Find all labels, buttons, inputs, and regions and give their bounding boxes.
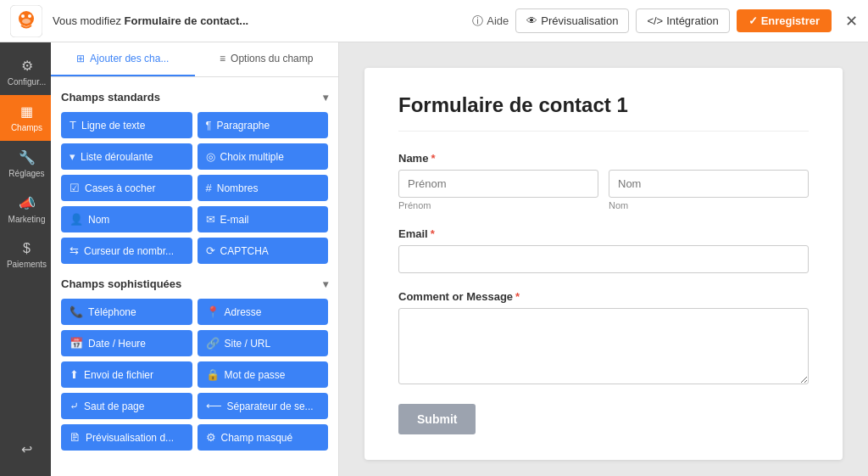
text-line-icon: T bbox=[70, 119, 76, 132]
sidebar-item-back[interactable]: ↩ bbox=[15, 433, 36, 466]
field-btn-curseur[interactable]: ⇆ Curseur de nombr... bbox=[61, 238, 192, 264]
plus-icon: ⊞ bbox=[76, 53, 85, 64]
left-panel: ⊞ Ajouter des cha... ≡ Options du champ … bbox=[51, 42, 339, 476]
nom-label: Nom bbox=[609, 200, 809, 210]
prenom-label: Prénom bbox=[398, 200, 598, 210]
sidebar-item-champs[interactable]: ▦ Champs bbox=[0, 95, 51, 141]
field-btn-previsualisation[interactable]: 🖹 Prévisualisation d... bbox=[61, 424, 192, 451]
top-bar-actions: ⓘ Aide 👁 Prévisualisation </> Intégratio… bbox=[472, 8, 858, 33]
email-icon: ✉ bbox=[206, 213, 215, 226]
field-btn-ligne-texte[interactable]: T Ligne de texte bbox=[61, 112, 192, 138]
preview-button[interactable]: 👁 Prévisualisation bbox=[515, 8, 629, 33]
preview-icon: 🖹 bbox=[70, 431, 81, 444]
eye-icon: 👁 bbox=[526, 14, 537, 27]
field-btn-champ-masque[interactable]: ⚙ Champ masqué bbox=[198, 424, 329, 451]
form-title: Formulaire de contact 1 bbox=[398, 93, 809, 132]
list-icon: ≡ bbox=[220, 53, 225, 64]
save-button[interactable]: ✓ Enregistrer bbox=[737, 9, 832, 32]
code-icon: </> bbox=[647, 14, 663, 27]
sidebar-item-reglages[interactable]: 🔧 Réglages bbox=[0, 141, 51, 187]
section-header-sophistiquees: Champs sophistiquées ▾ bbox=[61, 277, 328, 290]
left-panel-content: Champs standards ▾ T Ligne de texte ¶ Pa… bbox=[51, 77, 338, 476]
field-btn-date-heure[interactable]: 📅 Date / Heure bbox=[61, 330, 192, 356]
field-btn-adresse[interactable]: 📍 Adresse bbox=[198, 299, 329, 325]
field-btn-paragraphe[interactable]: ¶ Paragraphe bbox=[198, 112, 329, 138]
field-btn-site-url[interactable]: 🔗 Site / URL bbox=[198, 330, 329, 356]
sidebar-nav: ⚙ Configur... ▦ Champs 🔧 Réglages 📣 Mark… bbox=[0, 42, 51, 476]
required-star-message: * bbox=[515, 290, 520, 303]
name-row: Prénom Nom bbox=[398, 170, 809, 210]
prenom-input[interactable] bbox=[398, 170, 598, 198]
field-btn-separateur[interactable]: ⟵ Séparateur de se... bbox=[198, 393, 329, 419]
svg-point-4 bbox=[22, 19, 31, 24]
field-btn-choix-multiple[interactable]: ◎ Choix multiple bbox=[198, 143, 329, 170]
field-btn-telephone[interactable]: 📞 Téléphone bbox=[61, 299, 192, 325]
grid-icon: ▦ bbox=[20, 104, 33, 120]
checkbox-icon: ☑ bbox=[70, 182, 80, 194]
required-star: * bbox=[431, 152, 435, 165]
message-label: Comment or Message * bbox=[398, 290, 809, 303]
phone-icon: 📞 bbox=[70, 305, 83, 318]
prenom-col: Prénom bbox=[398, 170, 598, 210]
field-btn-email[interactable]: ✉ E-mail bbox=[198, 206, 329, 232]
hidden-icon: ⚙ bbox=[206, 431, 216, 444]
field-btn-saut-page[interactable]: ⤶ Saut de page bbox=[61, 393, 192, 419]
field-btn-nom[interactable]: 👤 Nom bbox=[61, 206, 192, 232]
nom-input[interactable] bbox=[609, 170, 809, 198]
left-panel-tabs: ⊞ Ajouter des cha... ≡ Options du champ bbox=[51, 42, 338, 77]
dollar-icon: $ bbox=[23, 241, 31, 256]
help-icon: ⓘ bbox=[472, 14, 483, 29]
svg-point-3 bbox=[28, 14, 31, 18]
dropdown-icon: ▾ bbox=[70, 150, 75, 163]
form-field-name: Name * Prénom Nom bbox=[398, 152, 809, 210]
section-header-standards: Champs standards ▾ bbox=[61, 91, 328, 104]
number-icon: # bbox=[206, 182, 212, 194]
page-title: Vous modifiez Formulaire de contact... bbox=[53, 14, 472, 27]
email-label: Email * bbox=[398, 227, 809, 240]
chevron-down-icon: ▾ bbox=[323, 92, 328, 104]
page-break-icon: ⤶ bbox=[70, 400, 79, 412]
sidebar-item-paiements[interactable]: $ Paiements bbox=[0, 232, 51, 277]
standards-fields-grid: T Ligne de texte ¶ Paragraphe ▾ Liste dé… bbox=[61, 112, 328, 264]
captcha-icon: ⟳ bbox=[206, 244, 215, 257]
field-btn-mot-de-passe[interactable]: 🔒 Mot de passe bbox=[198, 361, 329, 388]
close-button[interactable]: ✕ bbox=[845, 12, 858, 31]
form-field-email: Email * bbox=[398, 227, 809, 273]
app-logo bbox=[10, 5, 42, 37]
upload-icon: ⬆ bbox=[70, 368, 79, 381]
radio-icon: ◎ bbox=[206, 150, 215, 163]
separator-icon: ⟵ bbox=[206, 400, 222, 412]
field-btn-captcha[interactable]: ⟳ CAPTCHA bbox=[198, 238, 329, 264]
email-input[interactable] bbox=[398, 245, 809, 273]
form-preview: Formulaire de contact 1 Name * Prénom No… bbox=[364, 68, 843, 460]
sidebar-item-config[interactable]: ⚙ Configur... bbox=[0, 49, 51, 95]
sidebar-item-marketing[interactable]: 📣 Marketing bbox=[0, 187, 51, 232]
tab-options[interactable]: ≡ Options du champ bbox=[195, 42, 339, 76]
wrench-icon: 🔧 bbox=[19, 149, 36, 165]
field-btn-nombres[interactable]: # Nombres bbox=[198, 175, 329, 201]
integration-button[interactable]: </> Intégration bbox=[636, 8, 729, 33]
check-icon: ✓ bbox=[748, 14, 758, 27]
message-textarea[interactable] bbox=[398, 308, 809, 384]
name-label: Name * bbox=[398, 152, 809, 165]
paragraph-icon: ¶ bbox=[206, 119, 212, 132]
field-btn-envoi-fichier[interactable]: ⬆ Envoi de fichier bbox=[61, 361, 192, 388]
nom-col: Nom bbox=[609, 170, 809, 210]
form-field-message: Comment or Message * bbox=[398, 290, 809, 387]
slider-icon: ⇆ bbox=[70, 244, 79, 257]
tab-ajouter[interactable]: ⊞ Ajouter des cha... bbox=[51, 42, 195, 76]
calendar-icon: 📅 bbox=[70, 337, 83, 350]
sidebar-nav-bottom: ↩ bbox=[15, 433, 36, 476]
chevron-down-icon-2: ▾ bbox=[323, 278, 328, 290]
person-icon: 👤 bbox=[70, 213, 83, 226]
megaphone-icon: 📣 bbox=[19, 195, 36, 211]
gear-icon: ⚙ bbox=[21, 58, 33, 74]
field-btn-liste-deroulante[interactable]: ▾ Liste déroulante bbox=[61, 143, 192, 170]
sophistiquees-fields-grid: 📞 Téléphone 📍 Adresse 📅 Date / Heure 🔗 S… bbox=[61, 299, 328, 451]
lock-icon: 🔒 bbox=[206, 368, 220, 381]
field-btn-cases-cocher[interactable]: ☑ Cases à cocher bbox=[61, 175, 192, 201]
svg-point-2 bbox=[21, 14, 25, 18]
help-button[interactable]: ⓘ Aide bbox=[472, 14, 509, 29]
location-icon: 📍 bbox=[206, 305, 220, 318]
submit-button[interactable]: Submit bbox=[398, 404, 476, 434]
